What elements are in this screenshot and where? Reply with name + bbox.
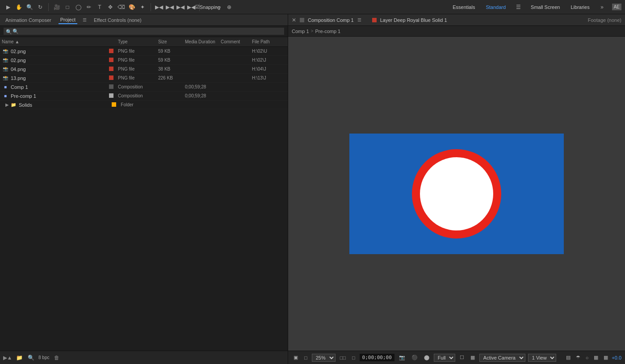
workspace-more[interactable]: »	[598, 3, 607, 12]
viewer-snap-icon[interactable]: ▣	[292, 354, 300, 361]
tab-project[interactable]: Project	[59, 16, 77, 24]
viewer-render2-icon[interactable]: ▦	[592, 354, 600, 361]
camera-selector[interactable]: Active Camera	[479, 354, 525, 362]
breadcrumb-precomp1[interactable]: Pre-comp 1	[315, 29, 340, 34]
tool-oval[interactable]: ◯	[74, 3, 83, 12]
search-icon-btn[interactable]: 🔍	[27, 354, 35, 362]
comp-tab-label[interactable]: Composition Comp 1	[308, 17, 354, 23]
workspace-menu-icon[interactable]: ☰	[514, 3, 523, 12]
panel-tabs: Animation Composer Project ☰ Effect Cont…	[0, 14, 288, 26]
file-type: PNG file	[116, 49, 156, 54]
tool-puppet[interactable]: ✦	[138, 3, 147, 12]
file-row[interactable]: 📸 13.png PNG file 226 KB H:\13\J	[0, 74, 288, 83]
file-size: 59 KB	[156, 58, 183, 63]
search-icon: 🔍	[6, 29, 12, 35]
workspace-smallscreen[interactable]: Small Screen	[528, 4, 562, 11]
viewer-color2-icon[interactable]: ⬤	[422, 354, 431, 361]
tool-brush[interactable]: 🎨	[127, 3, 136, 12]
tool-extra1[interactable]: ▶◀	[155, 3, 164, 12]
file-path: H:\02\U	[250, 49, 286, 54]
col-header-size[interactable]: Size	[156, 39, 183, 44]
tool-rotate[interactable]: ↻	[36, 3, 45, 12]
comp-layer-tab[interactable]: Layer Deep Royal Blue Solid 1	[380, 17, 447, 23]
folder-icon-btn[interactable]: 📁	[15, 354, 23, 362]
file-table-header: Name ▲ Type Size Media Duration Comment …	[0, 37, 288, 47]
file-label	[107, 75, 116, 81]
trash-icon[interactable]: 🗑	[53, 354, 61, 362]
tab-effect-controls[interactable]: Effect Controls (none)	[92, 17, 143, 24]
breadcrumb-comp1[interactable]: Comp 1	[292, 29, 309, 34]
viewer-info-icon[interactable]: ○	[584, 355, 591, 361]
snapping-checkbox[interactable]: ☑ Snapping	[203, 3, 212, 12]
plus-value: +0.0	[612, 355, 621, 360]
col-header-comment[interactable]: Comment	[219, 39, 250, 44]
file-row[interactable]: ▶ 📁 Solids Folder	[0, 100, 288, 109]
view-selector[interactable]: 1 View	[528, 354, 556, 362]
viewer-tile-icon[interactable]: ▦	[602, 354, 610, 361]
file-table: 📸 02.png PNG file 59 KB H:\02\U 📸 02.png	[0, 47, 288, 351]
png-icon: 📸	[2, 75, 9, 82]
zoom-selector[interactable]: 25%	[312, 354, 336, 362]
tool-pen[interactable]: ✏	[84, 3, 93, 12]
comp-close-btn[interactable]: ✕	[292, 17, 296, 23]
file-row[interactable]: 📸 02.png PNG file 59 KB H:\02\J	[0, 56, 288, 65]
viewer-camera-icon[interactable]: 📷	[397, 354, 407, 361]
workspace-standard[interactable]: Standard	[483, 4, 508, 11]
col-header-duration[interactable]: Media Duration	[183, 39, 219, 44]
viewer-screen-icon[interactable]: □	[302, 355, 309, 361]
file-label	[107, 58, 116, 63]
tool-clone[interactable]: ✥	[106, 3, 115, 12]
tool-hand[interactable]: ✋	[14, 3, 23, 12]
project-panel: 🔍 Name ▲ Type Size Media Duration Commen…	[0, 26, 288, 351]
viewer-prop-icon[interactable]: ☂	[574, 354, 582, 361]
search-wrapper: 🔍	[4, 28, 284, 35]
tool-camera[interactable]: 🎥	[52, 3, 61, 12]
project-tab-menu[interactable]: ☰	[83, 17, 87, 22]
viewer-render-icon[interactable]: ▦	[469, 354, 477, 361]
file-path: H:\02\J	[250, 58, 286, 63]
file-row[interactable]: ■ Comp 1 Composition 0;00;59;28	[0, 83, 288, 92]
col-header-type[interactable]: Type	[116, 39, 156, 44]
tool-extra2[interactable]: ▶◀	[165, 3, 174, 12]
viewer-fit-icon[interactable]: □□	[338, 355, 348, 361]
tool-rect[interactable]: □	[63, 3, 72, 12]
file-row[interactable]: 📸 02.png PNG file 59 KB H:\02\U	[0, 47, 288, 56]
tool-arrow[interactable]: ▶	[4, 3, 13, 12]
file-row[interactable]: ■ Pre-comp 1 Composition 0;00;59;28	[0, 92, 288, 100]
file-name-cell: 📸 02.png	[0, 48, 107, 55]
col-header-name[interactable]: Name ▲	[0, 39, 107, 44]
search-input[interactable]	[4, 28, 284, 35]
tool-zoom[interactable]: 🔍	[25, 3, 34, 12]
ae-badge: AE	[612, 4, 621, 10]
layer-tab-color	[372, 18, 377, 22]
file-label	[107, 67, 116, 72]
viewer-grid-icon[interactable]: ▤	[564, 354, 572, 361]
file-duration: 0;00;59;28	[183, 84, 219, 89]
col-header-filepath[interactable]: File Path	[250, 39, 286, 44]
file-label	[107, 84, 116, 90]
file-name: Comp 1	[11, 84, 28, 90]
tool-extra3[interactable]: ▶◀	[176, 3, 185, 12]
workspace-libraries[interactable]: Libraries	[568, 4, 592, 11]
file-name: 02.png	[11, 49, 26, 54]
new-comp-icon[interactable]: ▶▲	[4, 354, 12, 362]
tool-extra4[interactable]: ▶◀	[187, 3, 196, 12]
snap-extra1[interactable]: ⋯	[214, 3, 223, 12]
snap-extra2[interactable]: ⊕	[225, 3, 234, 12]
comp-icon: ■	[2, 92, 9, 100]
comp-tab-menu[interactable]: ☰	[357, 17, 361, 22]
viewer-color-icon[interactable]: ⚫	[410, 354, 419, 361]
comp-tab-text: Composition Comp 1	[308, 17, 354, 23]
viewer-region-icon[interactable]: □	[350, 355, 357, 361]
quality-selector[interactable]: Full	[434, 354, 455, 362]
tool-eraser[interactable]: ⌫	[117, 3, 126, 12]
workspace-essentials[interactable]: Essentials	[450, 4, 478, 11]
viewer-draft-icon[interactable]: ☐	[458, 354, 466, 361]
tool-text[interactable]: T	[95, 3, 104, 12]
file-path: H:\13\J	[250, 75, 286, 80]
file-row[interactable]: 📸 04.png PNG file 38 KB H:\04\J	[0, 65, 288, 74]
footage-tab-label[interactable]: Footage (none)	[588, 17, 621, 23]
tab-animation-composer[interactable]: Animation Composer	[4, 17, 53, 24]
comp-canvas	[349, 134, 564, 254]
file-path: H:\04\J	[250, 67, 286, 71]
